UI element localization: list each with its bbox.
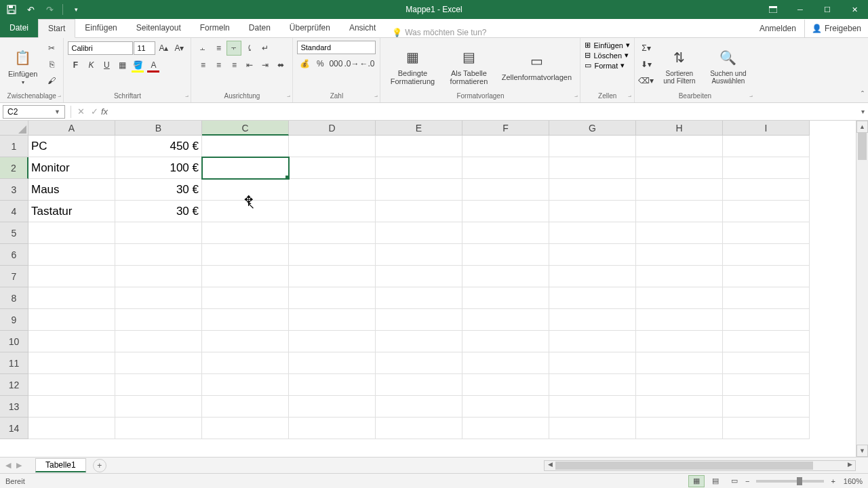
cell[interactable]: [376, 287, 462, 309]
cell[interactable]: [462, 136, 549, 157]
cell[interactable]: [549, 136, 636, 157]
cell[interactable]: [723, 201, 810, 222]
font-size-input[interactable]: [134, 41, 155, 55]
cell[interactable]: [636, 418, 723, 439]
cell[interactable]: [376, 136, 462, 157]
row-header[interactable]: 2: [0, 157, 28, 179]
scroll-thumb[interactable]: [858, 133, 867, 160]
cell[interactable]: [289, 201, 376, 222]
cell[interactable]: [289, 179, 376, 201]
decrease-decimal-icon[interactable]: ←.0: [359, 56, 374, 71]
cell[interactable]: [462, 287, 549, 309]
row-header[interactable]: 3: [0, 179, 28, 201]
cell[interactable]: [549, 266, 636, 287]
cell[interactable]: [28, 331, 115, 352]
zoom-slider[interactable]: [756, 480, 824, 483]
cell[interactable]: [202, 222, 289, 244]
cell[interactable]: [376, 309, 462, 331]
insert-cells-button[interactable]: ⊞Einfügen ▾: [585, 41, 629, 49]
accounting-icon[interactable]: 💰: [297, 56, 312, 71]
vertical-scrollbar[interactable]: ▲ ▼: [856, 121, 868, 457]
cell[interactable]: 30 €: [115, 201, 202, 222]
cell-styles-button[interactable]: ▭ Zellenformatvorlagen: [497, 41, 576, 91]
row-header[interactable]: 11: [0, 352, 28, 374]
cell[interactable]: [636, 179, 723, 201]
sheet-nav-prev-icon[interactable]: ◀: [5, 461, 11, 470]
cell[interactable]: [115, 222, 202, 244]
tab-einfügen[interactable]: Einfügen: [75, 19, 126, 37]
cell[interactable]: [289, 244, 376, 266]
decrease-indent-icon[interactable]: ⇤: [242, 58, 257, 73]
cell[interactable]: 450 €: [115, 136, 202, 157]
align-right-icon[interactable]: ≡: [226, 58, 241, 73]
align-left-icon[interactable]: ≡: [195, 58, 210, 73]
increase-decimal-icon[interactable]: .0→: [344, 56, 359, 71]
cell[interactable]: [549, 157, 636, 179]
cell[interactable]: [202, 331, 289, 352]
merge-icon[interactable]: ⬌: [273, 58, 288, 73]
fx-icon[interactable]: fx: [101, 106, 108, 117]
cell[interactable]: [723, 287, 810, 309]
cell[interactable]: [462, 201, 549, 222]
cell[interactable]: [289, 396, 376, 418]
page-layout-view-icon[interactable]: ▤: [707, 475, 724, 487]
row-header[interactable]: 12: [0, 374, 28, 396]
find-select-button[interactable]: 🔍 Suchen und Auswählen: [705, 41, 751, 91]
format-cells-button[interactable]: ▭Format ▾: [585, 61, 629, 70]
border-icon[interactable]: ▦: [115, 58, 130, 73]
cell[interactable]: [723, 157, 810, 179]
cell[interactable]: [723, 222, 810, 244]
cell[interactable]: [549, 309, 636, 331]
cell[interactable]: [462, 352, 549, 374]
column-header[interactable]: D: [289, 121, 376, 136]
maximize-icon[interactable]: ☐: [814, 0, 841, 19]
copy-icon[interactable]: ⎘: [44, 57, 59, 72]
row-header[interactable]: 4: [0, 201, 28, 222]
increase-font-icon[interactable]: A▴: [156, 41, 171, 56]
name-box[interactable]: C2 ▼: [3, 105, 65, 119]
cell[interactable]: [376, 266, 462, 287]
cell[interactable]: 30 €: [115, 179, 202, 201]
tab-ansicht[interactable]: Ansicht: [340, 19, 385, 37]
cell[interactable]: [723, 136, 810, 157]
cell[interactable]: [549, 179, 636, 201]
cell[interactable]: [636, 331, 723, 352]
cell[interactable]: [636, 309, 723, 331]
share-button[interactable]: 👤 Freigeben: [804, 20, 868, 37]
align-top-icon[interactable]: ⫠: [195, 41, 210, 56]
scroll-right-icon[interactable]: ▶: [844, 461, 855, 470]
cell[interactable]: [202, 352, 289, 374]
cell[interactable]: [636, 396, 723, 418]
cell[interactable]: [376, 374, 462, 396]
cell[interactable]: [636, 287, 723, 309]
save-icon[interactable]: [4, 2, 19, 17]
tab-seitenlayout[interactable]: Seitenlayout: [127, 19, 191, 37]
cell[interactable]: [462, 179, 549, 201]
font-color-icon[interactable]: A: [146, 58, 161, 73]
increase-indent-icon[interactable]: ⇥: [258, 58, 273, 73]
row-header[interactable]: 9: [0, 309, 28, 331]
cell[interactable]: [289, 222, 376, 244]
minimize-icon[interactable]: ─: [787, 0, 814, 19]
sheet-nav-next-icon[interactable]: ▶: [16, 461, 22, 470]
number-format-select[interactable]: [297, 41, 376, 54]
page-break-view-icon[interactable]: ▭: [726, 475, 743, 487]
cell[interactable]: [549, 352, 636, 374]
cell[interactable]: [376, 222, 462, 244]
row-header[interactable]: 10: [0, 331, 28, 352]
cell[interactable]: [636, 222, 723, 244]
format-as-table-button[interactable]: ▤ Als Tabelle formatieren: [443, 41, 494, 91]
tab-überprüfen[interactable]: Überprüfen: [280, 19, 340, 37]
close-icon[interactable]: ✕: [841, 0, 868, 19]
align-bottom-icon[interactable]: ⫟: [226, 41, 241, 56]
format-painter-icon[interactable]: 🖌: [44, 73, 59, 88]
cell[interactable]: [202, 201, 289, 222]
comma-icon[interactable]: 000: [328, 56, 343, 71]
cell[interactable]: Tastatur: [28, 201, 115, 222]
cell[interactable]: [202, 179, 289, 201]
cell[interactable]: [115, 266, 202, 287]
enter-formula-icon[interactable]: ✓: [87, 106, 101, 117]
cell[interactable]: [376, 331, 462, 352]
paste-button[interactable]: 📋 Einfügen ▾: [4, 41, 41, 91]
cut-icon[interactable]: ✂: [44, 41, 59, 56]
